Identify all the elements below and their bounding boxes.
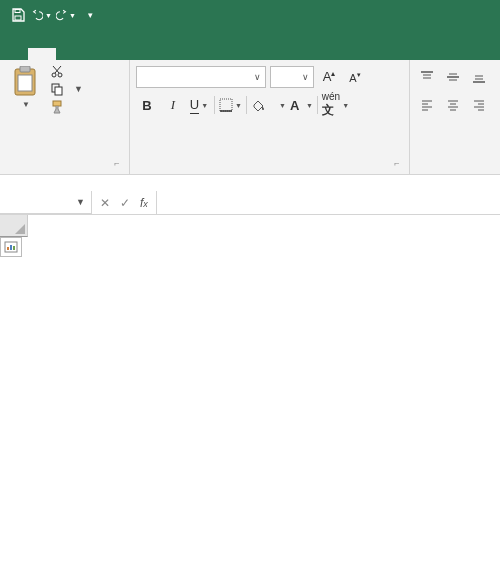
svg-point-6 (58, 73, 62, 77)
align-center-button[interactable] (442, 94, 464, 116)
svg-rect-35 (10, 245, 12, 250)
quick-analysis-icon (4, 241, 18, 253)
tab-layout[interactable] (84, 48, 112, 60)
quick-access-toolbar: ▼ ▼ ▾ (0, 0, 500, 30)
svg-rect-0 (15, 10, 20, 13)
ribbon: ▼ ▼ ⌐ ∨ ∨ (0, 60, 500, 175)
redo-button[interactable]: ▼ (56, 5, 76, 25)
tab-review[interactable] (168, 48, 196, 60)
border-icon (219, 98, 233, 112)
qat-customize[interactable]: ▾ (80, 5, 100, 25)
paste-button[interactable]: ▼ (6, 64, 46, 154)
chevron-down-icon: ∨ (302, 72, 309, 82)
svg-rect-36 (13, 246, 15, 250)
font-launcher[interactable]: ⌐ (391, 158, 403, 170)
chevron-down-icon: ▼ (201, 102, 208, 109)
copy-button[interactable]: ▼ (50, 82, 83, 96)
svg-point-5 (52, 73, 56, 77)
clipboard-launcher[interactable]: ⌐ (111, 158, 123, 170)
formula-input[interactable] (157, 191, 500, 214)
phonetic-button[interactable]: wén文▼ (322, 94, 349, 116)
group-label-clipboard: ⌐ (6, 154, 123, 172)
align-left-icon (420, 98, 434, 112)
format-painter-button[interactable] (50, 100, 83, 114)
svg-rect-3 (20, 66, 30, 72)
align-middle-icon (446, 70, 460, 84)
svg-rect-4 (18, 75, 32, 91)
fill-color-button[interactable]: ▼ (251, 94, 286, 116)
border-button[interactable]: ▼ (219, 94, 242, 116)
brush-icon (50, 100, 64, 114)
align-top-button[interactable] (416, 66, 438, 88)
decrease-font-icon: A▾ (349, 71, 360, 84)
tab-formulas[interactable] (112, 48, 140, 60)
tab-view[interactable] (196, 48, 224, 60)
tab-help[interactable] (224, 48, 252, 60)
align-center-icon (446, 98, 460, 112)
tab-file[interactable] (0, 48, 28, 60)
save-button[interactable] (8, 5, 28, 25)
decrease-font-button[interactable]: A▾ (344, 66, 366, 88)
group-font: ∨ ∨ A▴ A▾ B I U▼ ▼ ▼ A▼ wén文▼ ⌐ (130, 60, 410, 174)
align-right-icon (472, 98, 486, 112)
increase-font-button[interactable]: A▴ (318, 66, 340, 88)
tab-home[interactable] (28, 48, 56, 60)
italic-button[interactable]: I (162, 94, 184, 116)
formula-bar: ▼ ✕ ✓ fx (0, 191, 500, 215)
undo-icon (32, 8, 43, 22)
align-right-button[interactable] (468, 94, 490, 116)
tab-insert[interactable] (56, 48, 84, 60)
scissors-icon (50, 64, 64, 78)
chevron-down-icon: ▼ (235, 102, 242, 109)
group-clipboard: ▼ ▼ ⌐ (0, 60, 130, 174)
save-icon (11, 8, 25, 22)
align-bottom-button[interactable] (468, 66, 490, 88)
chevron-down-icon: ▼ (74, 84, 83, 94)
underline-button[interactable]: U▼ (188, 94, 210, 116)
chevron-down-icon: ▼ (279, 102, 286, 109)
redo-icon (56, 8, 67, 22)
align-middle-button[interactable] (442, 66, 464, 88)
enter-formula-button[interactable]: ✓ (120, 196, 130, 210)
ribbon-tabs (0, 30, 500, 60)
chevron-down-icon: ▼ (76, 197, 85, 207)
undo-button[interactable]: ▼ (32, 5, 52, 25)
svg-rect-1 (15, 16, 21, 20)
svg-rect-9 (53, 101, 61, 106)
chevron-down-icon: ▼ (342, 102, 349, 109)
align-bottom-icon (472, 70, 486, 84)
chevron-down-icon: ∨ (254, 72, 261, 82)
copy-icon (50, 82, 64, 96)
align-left-button[interactable] (416, 94, 438, 116)
font-color-button[interactable]: A▼ (290, 94, 313, 116)
select-all-corner[interactable] (0, 215, 28, 237)
font-size-combo[interactable]: ∨ (270, 66, 314, 88)
quick-analysis-button[interactable] (0, 237, 22, 257)
tab-data[interactable] (140, 48, 168, 60)
svg-rect-10 (220, 99, 232, 111)
group-label-font: ⌐ (136, 154, 403, 172)
bucket-icon (251, 100, 265, 111)
svg-rect-8 (55, 87, 62, 95)
group-alignment (410, 60, 500, 174)
chevron-down-icon: ▼ (306, 102, 313, 109)
fx-button[interactable]: fx (140, 196, 148, 210)
paste-icon (12, 66, 40, 98)
fill-color-bar (265, 109, 277, 112)
increase-font-icon: A▴ (323, 69, 336, 84)
cancel-formula-button[interactable]: ✕ (100, 196, 110, 210)
bold-button[interactable]: B (136, 94, 158, 116)
name-box[interactable]: ▼ (0, 191, 92, 214)
spreadsheet-grid[interactable] (0, 215, 500, 237)
font-color-bar (290, 113, 304, 116)
cut-button[interactable] (50, 64, 83, 78)
font-name-combo[interactable]: ∨ (136, 66, 266, 88)
chevron-down-icon: ▼ (22, 100, 30, 109)
align-top-icon (420, 70, 434, 84)
svg-rect-34 (7, 247, 9, 250)
